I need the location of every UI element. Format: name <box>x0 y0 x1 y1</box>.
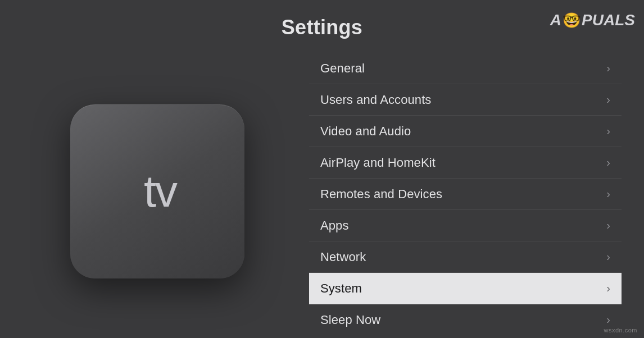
menu-item-label-network: Network <box>320 250 366 264</box>
apple-tv-content: tv <box>138 166 176 217</box>
page-title: Settings <box>0 0 644 39</box>
menu-item-video-and-audio[interactable]: Video and Audio› <box>309 116 622 147</box>
menu-item-label-sleep-now: Sleep Now <box>320 313 380 327</box>
logo-rest: PUALS <box>582 11 635 29</box>
menu-item-label-video-and-audio: Video and Audio <box>320 124 411 139</box>
menu-item-airplay-and-homekit[interactable]: AirPlay and HomeKit› <box>309 147 622 179</box>
logo-emoji: 🤓 <box>563 12 580 29</box>
chevron-icon-remotes-and-devices: › <box>606 188 610 200</box>
menu-item-general[interactable]: General› <box>309 53 622 84</box>
chevron-icon-apps: › <box>606 219 610 232</box>
menu-item-apps[interactable]: Apps› <box>309 210 622 241</box>
apple-tv-box: tv <box>70 104 244 278</box>
logo-a: A <box>550 11 561 29</box>
appuals-logo: A 🤓 PUALS <box>550 11 635 29</box>
menu-item-network[interactable]: Network› <box>309 241 622 273</box>
menu-item-label-system: System <box>320 281 362 296</box>
menu-item-label-airplay-and-homekit: AirPlay and HomeKit <box>320 156 436 170</box>
left-panel: tv <box>22 51 292 332</box>
chevron-icon-network: › <box>606 250 610 263</box>
menu-item-sleep-now[interactable]: Sleep Now› <box>309 304 622 332</box>
chevron-icon-airplay-and-homekit: › <box>606 156 610 169</box>
menu-item-label-remotes-and-devices: Remotes and Devices <box>320 187 442 202</box>
chevron-icon-system: › <box>606 282 610 295</box>
right-panel: General›Users and Accounts›Video and Aud… <box>309 51 622 332</box>
content-area: tv General›Users and Accounts›Video and … <box>0 39 644 332</box>
chevron-icon-sleep-now: › <box>606 313 610 326</box>
settings-menu: General›Users and Accounts›Video and Aud… <box>309 53 622 332</box>
menu-item-label-apps: Apps <box>320 218 349 233</box>
bottom-watermark: wsxdn.com <box>604 327 637 334</box>
menu-item-system[interactable]: System› <box>309 273 622 304</box>
tv-label: tv <box>144 166 176 217</box>
menu-item-label-users-and-accounts: Users and Accounts <box>320 93 431 107</box>
chevron-icon-general: › <box>606 62 610 75</box>
chevron-icon-users-and-accounts: › <box>606 93 610 106</box>
chevron-icon-video-and-audio: › <box>606 125 610 138</box>
menu-item-label-general: General <box>320 61 365 76</box>
menu-item-remotes-and-devices[interactable]: Remotes and Devices› <box>309 179 622 210</box>
menu-item-users-and-accounts[interactable]: Users and Accounts› <box>309 84 622 116</box>
